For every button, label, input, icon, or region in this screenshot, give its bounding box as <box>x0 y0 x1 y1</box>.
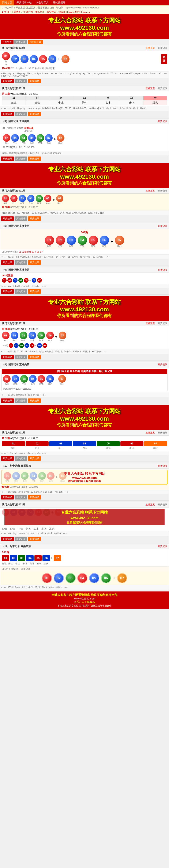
s5-ball-07-text: 踢/火 <box>117 245 122 248</box>
section2-btn-tools[interactable]: 开奖结果 <box>28 112 41 116</box>
ball-text-05: 猪/木 <box>38 142 43 145</box>
section10-title: （10）附带记录 直播类第 <box>2 464 31 468</box>
s4-ball-06-num: 06 <box>44 195 51 202</box>
section10-record-link[interactable]: 开奖记录 <box>158 464 167 467</box>
section6-record-link[interactable]: 开奖记录 <box>158 268 167 272</box>
s9-z06: 猪/木 <box>120 447 143 450</box>
section9-btn-tools[interactable]: 开奖结果 <box>28 456 41 461</box>
section10-btn-history[interactable]: 历史记录 <box>15 495 27 499</box>
s10-ball-07: 07 踢/火 <box>59 472 66 483</box>
btn-open-result[interactable]: 开奖结果 <box>1 40 13 44</box>
banner1-line1: 专业六合彩站 联系下方网站 <box>2 17 167 25</box>
section11-btn-tools[interactable]: 开奖结果 <box>28 537 41 541</box>
section9-live-link[interactable]: 直播正案 <box>145 431 155 434</box>
section9-record-link[interactable]: 开奖记录 <box>158 431 167 434</box>
s12-z03: 牛/土 <box>15 562 21 565</box>
section9-btn-history[interactable]: 历史记录 <box>15 456 27 461</box>
s8-b05: 05 <box>37 375 45 383</box>
section4-live-link[interactable]: 直播正案 <box>145 189 155 192</box>
banner2-line3: 你所看到的六合程序我们都有 <box>2 180 167 186</box>
section6-btn-result[interactable]: 开奖结果 <box>1 289 14 293</box>
section4-record-link[interactable]: 开奖记录 <box>158 189 167 192</box>
s8-b06-text: 猪/木 <box>48 383 52 385</box>
section10-btn-tools[interactable]: 开奖结果 <box>28 495 41 499</box>
lottery-section-12: （12）附带记录 直播类第 开奖记录 001期 01 02 03 04 05 0… <box>0 544 169 590</box>
section11-live-link[interactable]: 直播正案 <box>145 503 155 506</box>
ball-c01: 02 兔/土 <box>3 134 10 145</box>
section1-open-record[interactable]: 直播正案 <box>145 46 155 50</box>
s8-ball-05: 05 鼠/木 <box>37 375 45 385</box>
s4-ball-03: 03 牛/土 <box>19 195 26 205</box>
section5-btn-tools[interactable]: 开奖结果 <box>28 260 41 265</box>
section4-btn-history[interactable]: 历史记录 <box>15 216 27 221</box>
section4-btn-tools[interactable]: 开奖结果 <box>28 216 41 221</box>
s6-sball-07: 07 <box>37 278 42 283</box>
section2-period: 第 02期 <box>2 92 10 95</box>
lottery-section-6: （6）附带记录 直播类第 开奖记录 001期开期 01 02 03 04 05 … <box>0 267 169 295</box>
tab-database[interactable]: 开奖数据库 <box>51 0 67 5</box>
banner-1: 专业六合彩站 联系下方网站 www.492130.com 你所看到的六合程序我们… <box>0 14 169 39</box>
s12-blk-03: 03 <box>18 555 25 561</box>
s5-ball-01-text: 兔/土 <box>47 245 52 248</box>
section6-btn-history[interactable]: 历史记录 <box>15 289 27 293</box>
section1-btn-history[interactable]: 历史记录 <box>15 79 27 83</box>
section5-record-link[interactable]: 开奖记录 <box>158 224 167 227</box>
cut-button-1[interactable]: 切开 <box>161 54 167 64</box>
section6-btn-tools[interactable]: 开奖结果 <box>28 289 41 293</box>
td-zodiac-01: 兔/土 <box>2 100 26 105</box>
section5-btn-result[interactable]: 开奖结果 <box>1 260 14 265</box>
section7-btn-result[interactable]: 开奖结果 <box>1 355 14 360</box>
s7-sum-b3: 03 <box>19 343 24 348</box>
section8-btn-tools[interactable]: 开奖结果 <box>28 399 41 403</box>
section1-record-link[interactable]: 开奖记录 <box>158 46 167 50</box>
section3-record-link[interactable]: 开奖记录 <box>158 120 167 123</box>
section11-btn-result[interactable]: 开奖结果 <box>1 537 14 541</box>
section2-record-link[interactable]: 开奖记录 <box>158 87 167 90</box>
section3-btn-history[interactable]: 历史记录 <box>15 156 27 161</box>
section8-btn-history[interactable]: 历史记录 <box>15 399 27 403</box>
tab-tools[interactable]: 六合彩工具 <box>34 0 51 5</box>
section4-btn-result[interactable]: 开奖结果 <box>1 216 14 221</box>
section1-btn-result[interactable]: 开奖结果 <box>1 79 14 83</box>
s7-b05-text: 鼠/木 <box>39 339 44 342</box>
section7-record-link[interactable]: 开奖记录 <box>158 322 167 325</box>
s4-ball-01-text: 兔/金 <box>3 202 8 205</box>
s7-b03: 03 <box>20 332 27 339</box>
s10-b03: 03 <box>21 472 29 480</box>
s12-blk-07: 07 <box>54 555 61 561</box>
section12-record-link[interactable]: 开奖记录 <box>158 545 167 548</box>
section9-btn-result[interactable]: 开奖结果 <box>1 456 14 461</box>
section7-live-link[interactable]: 直播正案 <box>145 322 155 325</box>
section10-btn-result[interactable]: 开奖结果 <box>1 495 14 499</box>
section11-record-link[interactable]: 开奖记录 <box>158 503 167 506</box>
td-zodiac-06: 猪/木 <box>120 100 143 105</box>
section3-btn-result[interactable]: 开奖结果 <box>1 156 14 161</box>
section10-inner-box: 专业六合彩站 联系下方网站 www.492130.com 你所看到的六合程序我们… <box>1 470 168 485</box>
btn-tools[interactable]: 六合彩工具 <box>28 40 43 44</box>
ball-special-num-3: 07 <box>57 134 64 142</box>
section6-period: 001期开期 <box>2 274 13 277</box>
section2-live-link[interactable]: 直播正案 <box>145 87 155 90</box>
section1-btn-tools[interactable]: 开奖结果 <box>28 79 41 83</box>
btn-history[interactable]: 历史记录 <box>15 40 27 44</box>
section10-balls-blurred: 01 兔/土 02 虎/土 03 牛/土 04 子/木 05 鼠/木 <box>4 472 165 483</box>
section8-title: （8）附带记录 直播类第 <box>2 363 29 366</box>
s4-ball-07: 07 踢/火 <box>56 195 63 205</box>
section7-btn-tools[interactable]: 开奖结果 <box>28 355 41 360</box>
section3-btn-tools[interactable]: 开奖结果 <box>28 156 41 161</box>
section12-large-balls: 01 02 03 04 05 06 + 07 <box>0 571 169 585</box>
section2-btn-history[interactable]: 历史记录 <box>15 112 27 116</box>
section2-btn-result[interactable]: 开奖结果 <box>1 112 14 116</box>
s6-plus: + <box>29 279 31 282</box>
lottery-section-5: （5）附带记录 直播类第 开奖记录 001期 01 兔/土 02 虎/土 03 … <box>0 223 169 266</box>
section5-btn-history[interactable]: 历史记录 <box>15 260 27 265</box>
ball-text-03: 子/木 <box>21 142 26 145</box>
tab-home[interactable]: 网站首页 <box>0 0 15 5</box>
section8-record-link[interactable]: 开奖记录 <box>158 363 167 366</box>
section7-btn-history[interactable]: 历史记录 <box>15 355 27 360</box>
tab-records[interactable]: 开奖记录本站 <box>15 0 34 5</box>
section8-btn-result[interactable]: 开奖结果 <box>1 399 14 403</box>
section11-btn-history[interactable]: 历史记录 <box>15 537 27 541</box>
s6-sball-05: 05 <box>24 278 29 283</box>
s10-b03-text: 牛/土 <box>23 480 27 483</box>
